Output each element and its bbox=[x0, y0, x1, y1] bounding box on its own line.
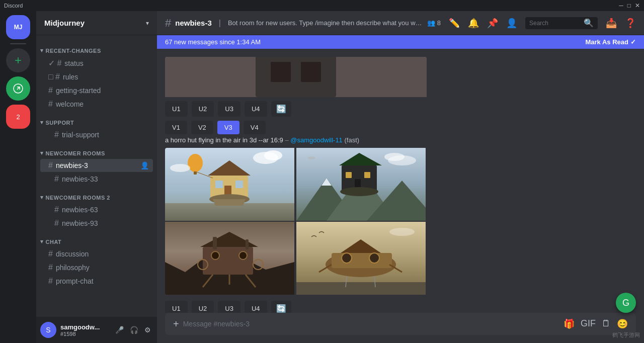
channel-item-prompt-chat[interactable]: # prompt-chat bbox=[40, 275, 153, 288]
new-messages-text: 67 new messages since 1:34 AM bbox=[165, 38, 261, 46]
server-name: Midjourney bbox=[44, 19, 85, 27]
search-input[interactable] bbox=[529, 20, 582, 27]
channel-item-newbies-33[interactable]: # newbies-33 bbox=[40, 173, 153, 186]
sticker-icon[interactable]: 🗒 bbox=[602, 318, 611, 329]
svg-rect-4 bbox=[256, 57, 336, 97]
maximize-button[interactable]: □ bbox=[627, 2, 631, 9]
hash-icon: # bbox=[48, 263, 53, 272]
svg-rect-7 bbox=[301, 62, 321, 82]
category-newcomer-rooms[interactable]: ▾ NEWCOMER ROOMS bbox=[36, 142, 157, 158]
emoji-icon[interactable]: 😊 bbox=[617, 318, 628, 329]
inbox-icon[interactable]: 📥 bbox=[606, 18, 617, 29]
u4-button-top[interactable]: U4 bbox=[245, 101, 267, 117]
bottom-u-buttons: U1 U2 U3 U4 🔄 bbox=[157, 299, 644, 313]
titlebar-controls: ─ □ ✕ bbox=[619, 2, 640, 9]
category-newcomer-rooms-2[interactable]: ▾ NEWCOMER ROOMS 2 bbox=[36, 186, 157, 203]
search-bar: 🔍 bbox=[525, 17, 598, 29]
category-support[interactable]: ▾ SUPPORT bbox=[36, 111, 157, 128]
command-text: a horro hut flying in the air in 3d --ar… bbox=[165, 136, 283, 144]
svg-rect-44 bbox=[246, 239, 249, 249]
pin-icon[interactable]: 📌 bbox=[487, 18, 498, 29]
sidebar-header[interactable]: Midjourney ▾ bbox=[36, 11, 157, 35]
search-icon: 🔍 bbox=[584, 18, 594, 28]
top-image-container bbox=[157, 57, 644, 99]
app-container: MJ + 2 Midjourney ▾ ▾ recent-changes bbox=[0, 0, 644, 343]
top-v-buttons: V1 V2 V3 V4 bbox=[157, 119, 644, 136]
avatar: S bbox=[40, 322, 56, 338]
channel-item-discussion[interactable]: # discussion bbox=[40, 247, 153, 261]
gif-icon[interactable]: GIF bbox=[581, 318, 596, 329]
category-recent-changes[interactable]: ▾ recent-changes bbox=[36, 39, 157, 56]
category-arrow-icon-chat: ▾ bbox=[40, 238, 44, 245]
channel-item-welcome[interactable]: # welcome bbox=[40, 98, 153, 111]
help-icon[interactable]: ❓ bbox=[625, 18, 636, 29]
svg-point-21 bbox=[264, 150, 282, 160]
titlebar-title: Discord bbox=[4, 3, 23, 9]
v4-button-top[interactable]: V4 bbox=[244, 121, 266, 134]
checkmark-icon: ✓ bbox=[630, 38, 636, 46]
u4-button-bottom[interactable]: U4 bbox=[245, 301, 267, 313]
svg-point-35 bbox=[307, 156, 315, 159]
svg-point-57 bbox=[342, 253, 352, 263]
command-tag: (fast) bbox=[344, 136, 359, 144]
svg-rect-12 bbox=[215, 181, 223, 188]
watermark: 鹤飞手游网 bbox=[612, 331, 640, 339]
channel-name: newbies-3 bbox=[175, 19, 212, 27]
headphone-icon[interactable]: 🎧 bbox=[128, 324, 140, 336]
svg-point-34 bbox=[340, 187, 378, 196]
mark-as-read-button[interactable]: Mark As Read ✓ bbox=[586, 38, 636, 46]
server-divider bbox=[10, 43, 26, 44]
u3-button-bottom[interactable]: U3 bbox=[218, 301, 240, 313]
channel-item-trial-support[interactable]: # trial-support bbox=[40, 128, 153, 141]
channel-item-philosophy[interactable]: # philosophy bbox=[40, 261, 153, 274]
image-cell-4 bbox=[296, 222, 426, 295]
hash-icon: # bbox=[48, 161, 53, 170]
bell-icon[interactable]: 🔔 bbox=[468, 18, 479, 29]
username: samgoodw... bbox=[60, 323, 109, 331]
svg-rect-31 bbox=[346, 172, 352, 178]
members-icon: 👥 bbox=[427, 19, 435, 27]
microphone-icon[interactable]: 🎤 bbox=[113, 324, 126, 336]
channel-item-status[interactable]: ✓ # status bbox=[40, 56, 153, 70]
category-chat[interactable]: ▾ CHAT bbox=[36, 230, 157, 247]
add-server-button[interactable]: + bbox=[6, 48, 30, 72]
u1-button-bottom[interactable]: U1 bbox=[165, 301, 188, 313]
message-input[interactable] bbox=[183, 320, 559, 328]
user-tag: #1598 bbox=[60, 331, 109, 337]
explore-button[interactable] bbox=[6, 76, 30, 101]
server-icon-midjourney[interactable]: MJ bbox=[6, 15, 30, 39]
channel-item-newbies-93[interactable]: # newbies-93 bbox=[40, 217, 153, 230]
svg-rect-55 bbox=[332, 253, 392, 268]
close-button[interactable]: ✕ bbox=[635, 2, 640, 9]
sidebar-channels: ▾ recent-changes ✓ # status □ # rules # … bbox=[36, 35, 157, 317]
hash-icon: # bbox=[48, 100, 53, 109]
channel-item-rules[interactable]: □ # rules bbox=[40, 70, 153, 83]
settings-icon[interactable]: ⚙ bbox=[142, 324, 153, 336]
refresh-button-bottom[interactable]: 🔄 bbox=[271, 301, 291, 313]
header-divider: | bbox=[219, 19, 221, 28]
channel-item-getting-started[interactable]: # getting-started bbox=[40, 84, 153, 97]
attach-button[interactable]: + bbox=[173, 318, 179, 330]
channel-hash-icon: # bbox=[165, 17, 171, 30]
u1-button-top[interactable]: U1 bbox=[165, 101, 188, 117]
hash-icon: # bbox=[48, 86, 53, 95]
notification-server[interactable]: 2 bbox=[6, 105, 30, 129]
gift-icon[interactable]: 🎁 bbox=[564, 318, 575, 329]
category-arrow-icon-support: ▾ bbox=[40, 119, 44, 126]
u2-button-bottom[interactable]: U2 bbox=[192, 301, 214, 313]
messages-area[interactable]: U1 U2 U3 U4 🔄 V1 V2 V3 V4 a horro hut fl… bbox=[157, 49, 644, 313]
channel-item-newbies-63[interactable]: # newbies-63 bbox=[40, 203, 153, 216]
u3-button-top[interactable]: U3 bbox=[218, 101, 240, 117]
new-messages-banner[interactable]: 67 new messages since 1:34 AM Mark As Re… bbox=[157, 35, 644, 49]
members-list-icon[interactable]: 👤 bbox=[506, 18, 517, 29]
refresh-button-top[interactable]: 🔄 bbox=[271, 101, 291, 117]
v2-button-top[interactable]: V2 bbox=[191, 121, 213, 134]
minimize-button[interactable]: ─ bbox=[619, 2, 623, 9]
u2-button-top[interactable]: U2 bbox=[192, 101, 214, 117]
pencil-icon[interactable]: ✏️ bbox=[449, 18, 460, 29]
floating-avatar[interactable]: G bbox=[616, 293, 636, 313]
v3-button-top-active[interactable]: V3 bbox=[217, 121, 239, 134]
svg-rect-18 bbox=[194, 172, 197, 175]
v1-button-top[interactable]: V1 bbox=[165, 121, 187, 134]
channel-item-newbies-3[interactable]: # newbies-3 👤 bbox=[40, 159, 153, 172]
